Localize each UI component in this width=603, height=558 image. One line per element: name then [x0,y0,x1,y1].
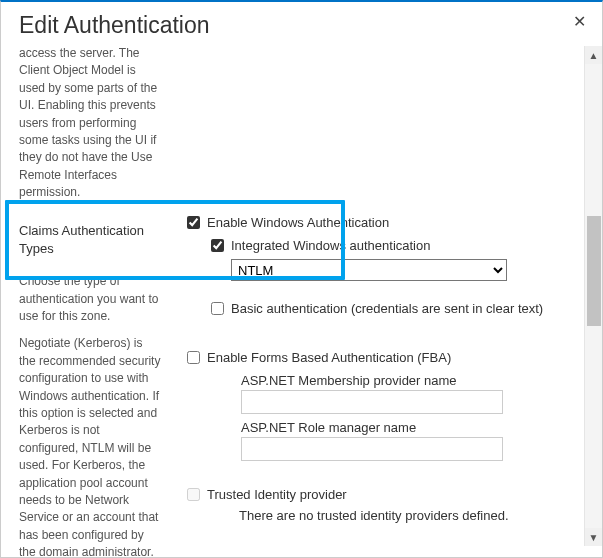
basic-auth-label: Basic authentication (credentials are se… [231,301,543,316]
negotiate-desc: Negotiate (Kerberos) is the recommended … [19,335,161,558]
scroll-down-button[interactable]: ▼ [585,528,602,546]
membership-provider-label: ASP.NET Membership provider name [241,373,580,388]
remote-interfaces-desc: access the server. The Client Object Mod… [19,45,161,202]
right-column: Enable Windows Authentication Integrated… [173,45,602,545]
auth-mode-select[interactable]: NTLM [231,259,507,281]
role-manager-input[interactable] [241,437,503,461]
scroll-up-button[interactable]: ▲ [585,46,602,64]
vertical-scrollbar[interactable]: ▲ ▼ [584,46,602,546]
trusted-identity-label: Trusted Identity provider [207,487,347,502]
no-trusted-message: There are no trusted identity providers … [239,508,580,523]
enable-fba-label: Enable Forms Based Authentication (FBA) [207,350,451,365]
enable-windows-auth-label: Enable Windows Authentication [207,215,389,230]
scroll-thumb[interactable] [587,216,601,326]
choose-type-desc: Choose the type of authentication you wa… [19,273,161,325]
dialog-body: access the server. The Client Object Mod… [1,45,602,545]
enable-fba-checkbox[interactable] [187,351,200,364]
close-button[interactable]: ✕ [571,12,588,32]
integrated-windows-checkbox[interactable] [211,239,224,252]
trusted-identity-checkbox[interactable] [187,488,200,501]
basic-auth-checkbox[interactable] [211,302,224,315]
claims-section-title: Claims Authentication Types [19,222,161,260]
role-manager-label: ASP.NET Role manager name [241,420,580,435]
dialog-title: Edit Authentication [19,12,210,39]
integrated-windows-label: Integrated Windows authentication [231,238,430,253]
membership-provider-input[interactable] [241,390,503,414]
left-column: access the server. The Client Object Mod… [1,45,173,545]
enable-windows-auth-checkbox[interactable] [187,216,200,229]
